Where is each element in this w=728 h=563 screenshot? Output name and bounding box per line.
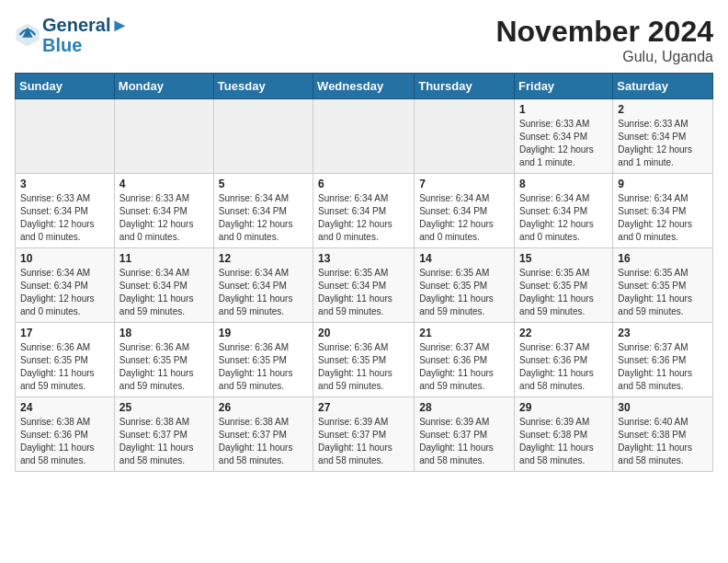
calendar-day-cell: 7Sunrise: 6:34 AM Sunset: 6:34 PM Daylig… — [415, 174, 515, 248]
calendar-day-cell: 5Sunrise: 6:34 AM Sunset: 6:34 PM Daylig… — [213, 174, 313, 248]
calendar-day-cell: 30Sunrise: 6:40 AM Sunset: 6:38 PM Dayli… — [613, 397, 713, 472]
calendar-day-cell — [415, 99, 515, 174]
day-number: 21 — [419, 327, 509, 339]
day-number: 17 — [20, 327, 109, 339]
day-number: 23 — [618, 327, 708, 339]
day-number: 28 — [419, 401, 509, 414]
calendar-day-cell: 23Sunrise: 6:37 AM Sunset: 6:36 PM Dayli… — [613, 323, 713, 397]
calendar-day-cell: 20Sunrise: 6:36 AM Sunset: 6:35 PM Dayli… — [313, 323, 415, 397]
day-info: Sunrise: 6:35 AM Sunset: 6:35 PM Dayligh… — [519, 267, 608, 318]
day-info: Sunrise: 6:37 AM Sunset: 6:36 PM Dayligh… — [618, 341, 708, 393]
weekday-header-cell: Wednesday — [313, 74, 415, 99]
calendar-day-cell: 26Sunrise: 6:38 AM Sunset: 6:37 PM Dayli… — [213, 397, 313, 472]
day-info: Sunrise: 6:35 AM Sunset: 6:34 PM Dayligh… — [318, 267, 409, 318]
day-number: 9 — [618, 178, 708, 190]
logo-text: General► Blue — [42, 15, 129, 55]
day-info: Sunrise: 6:37 AM Sunset: 6:36 PM Dayligh… — [519, 341, 608, 393]
day-info: Sunrise: 6:37 AM Sunset: 6:36 PM Dayligh… — [419, 341, 509, 393]
day-info: Sunrise: 6:39 AM Sunset: 6:37 PM Dayligh… — [318, 416, 409, 467]
day-number: 1 — [519, 103, 608, 116]
day-info: Sunrise: 6:35 AM Sunset: 6:35 PM Dayligh… — [618, 267, 708, 318]
weekday-header-cell: Friday — [515, 74, 613, 99]
day-number: 16 — [618, 252, 708, 265]
day-info: Sunrise: 6:33 AM Sunset: 6:34 PM Dayligh… — [119, 192, 209, 244]
calendar-day-cell: 1Sunrise: 6:33 AM Sunset: 6:34 PM Daylig… — [515, 99, 613, 174]
calendar-day-cell: 19Sunrise: 6:36 AM Sunset: 6:35 PM Dayli… — [213, 323, 313, 397]
calendar-week-row: 24Sunrise: 6:38 AM Sunset: 6:36 PM Dayli… — [16, 397, 713, 472]
calendar-week-row: 1Sunrise: 6:33 AM Sunset: 6:34 PM Daylig… — [16, 99, 713, 174]
day-info: Sunrise: 6:36 AM Sunset: 6:35 PM Dayligh… — [219, 341, 308, 393]
day-info: Sunrise: 6:34 AM Sunset: 6:34 PM Dayligh… — [219, 192, 308, 244]
calendar-day-cell: 12Sunrise: 6:34 AM Sunset: 6:34 PM Dayli… — [213, 248, 313, 323]
calendar-day-cell: 17Sunrise: 6:36 AM Sunset: 6:35 PM Dayli… — [16, 323, 115, 397]
day-number: 27 — [318, 401, 409, 414]
calendar-day-cell — [313, 99, 415, 174]
day-number: 14 — [419, 252, 509, 265]
day-info: Sunrise: 6:34 AM Sunset: 6:34 PM Dayligh… — [419, 192, 509, 244]
day-info: Sunrise: 6:33 AM Sunset: 6:34 PM Dayligh… — [519, 118, 608, 169]
day-number: 19 — [219, 327, 308, 339]
day-info: Sunrise: 6:34 AM Sunset: 6:34 PM Dayligh… — [318, 192, 409, 244]
calendar-day-cell: 28Sunrise: 6:39 AM Sunset: 6:37 PM Dayli… — [415, 397, 515, 472]
month-title: November 2024 — [495, 15, 713, 49]
calendar-day-cell: 3Sunrise: 6:33 AM Sunset: 6:34 PM Daylig… — [16, 174, 115, 248]
calendar-day-cell — [213, 99, 313, 174]
logo: General► Blue — [15, 15, 129, 55]
calendar-day-cell: 4Sunrise: 6:33 AM Sunset: 6:34 PM Daylig… — [114, 174, 213, 248]
day-info: Sunrise: 6:36 AM Sunset: 6:35 PM Dayligh… — [318, 341, 409, 393]
day-info: Sunrise: 6:38 AM Sunset: 6:37 PM Dayligh… — [219, 416, 308, 467]
day-info: Sunrise: 6:34 AM Sunset: 6:34 PM Dayligh… — [20, 267, 109, 318]
title-area: November 2024 Gulu, Uganda — [495, 15, 713, 65]
weekday-header-cell: Thursday — [415, 74, 515, 99]
day-number: 24 — [20, 401, 109, 414]
calendar-day-cell: 15Sunrise: 6:35 AM Sunset: 6:35 PM Dayli… — [515, 248, 613, 323]
calendar-day-cell: 18Sunrise: 6:36 AM Sunset: 6:35 PM Dayli… — [114, 323, 213, 397]
day-info: Sunrise: 6:33 AM Sunset: 6:34 PM Dayligh… — [618, 118, 708, 169]
calendar-day-cell: 22Sunrise: 6:37 AM Sunset: 6:36 PM Dayli… — [515, 323, 613, 397]
calendar-day-cell — [16, 99, 115, 174]
day-info: Sunrise: 6:38 AM Sunset: 6:37 PM Dayligh… — [119, 416, 209, 467]
calendar-day-cell: 24Sunrise: 6:38 AM Sunset: 6:36 PM Dayli… — [16, 397, 115, 472]
calendar-day-cell: 6Sunrise: 6:34 AM Sunset: 6:34 PM Daylig… — [313, 174, 415, 248]
day-info: Sunrise: 6:35 AM Sunset: 6:35 PM Dayligh… — [419, 267, 509, 318]
calendar-day-cell: 9Sunrise: 6:34 AM Sunset: 6:34 PM Daylig… — [613, 174, 713, 248]
calendar-week-row: 3Sunrise: 6:33 AM Sunset: 6:34 PM Daylig… — [16, 174, 713, 248]
calendar-day-cell: 2Sunrise: 6:33 AM Sunset: 6:34 PM Daylig… — [613, 99, 713, 174]
day-number: 30 — [618, 401, 708, 414]
calendar-day-cell: 14Sunrise: 6:35 AM Sunset: 6:35 PM Dayli… — [415, 248, 515, 323]
day-number: 29 — [519, 401, 608, 414]
location: Gulu, Uganda — [495, 49, 713, 65]
day-number: 11 — [119, 252, 209, 265]
calendar-day-cell: 27Sunrise: 6:39 AM Sunset: 6:37 PM Dayli… — [313, 397, 415, 472]
day-info: Sunrise: 6:39 AM Sunset: 6:38 PM Dayligh… — [519, 416, 608, 467]
day-info: Sunrise: 6:33 AM Sunset: 6:34 PM Dayligh… — [20, 192, 109, 244]
day-number: 4 — [119, 178, 209, 190]
weekday-header-cell: Tuesday — [213, 74, 313, 99]
day-info: Sunrise: 6:34 AM Sunset: 6:34 PM Dayligh… — [618, 192, 708, 244]
calendar-day-cell: 11Sunrise: 6:34 AM Sunset: 6:34 PM Dayli… — [114, 248, 213, 323]
day-number: 22 — [519, 327, 608, 339]
weekday-header-cell: Saturday — [613, 74, 713, 99]
weekday-header-row: SundayMondayTuesdayWednesdayThursdayFrid… — [16, 74, 713, 99]
day-info: Sunrise: 6:40 AM Sunset: 6:38 PM Dayligh… — [618, 416, 708, 467]
day-info: Sunrise: 6:36 AM Sunset: 6:35 PM Dayligh… — [119, 341, 209, 393]
day-number: 3 — [20, 178, 109, 190]
day-number: 20 — [318, 327, 409, 339]
calendar-day-cell: 13Sunrise: 6:35 AM Sunset: 6:34 PM Dayli… — [313, 248, 415, 323]
page-header: General► Blue November 2024 Gulu, Uganda — [15, 15, 713, 65]
day-number: 10 — [20, 252, 109, 265]
day-number: 15 — [519, 252, 608, 265]
day-info: Sunrise: 6:34 AM Sunset: 6:34 PM Dayligh… — [119, 267, 209, 318]
calendar-day-cell: 16Sunrise: 6:35 AM Sunset: 6:35 PM Dayli… — [613, 248, 713, 323]
calendar-day-cell: 8Sunrise: 6:34 AM Sunset: 6:34 PM Daylig… — [515, 174, 613, 248]
calendar-body: 1Sunrise: 6:33 AM Sunset: 6:34 PM Daylig… — [16, 99, 713, 472]
weekday-header-cell: Monday — [114, 74, 213, 99]
logo-icon — [15, 22, 40, 48]
day-number: 25 — [119, 401, 209, 414]
calendar-week-row: 17Sunrise: 6:36 AM Sunset: 6:35 PM Dayli… — [16, 323, 713, 397]
day-number: 12 — [219, 252, 308, 265]
day-info: Sunrise: 6:34 AM Sunset: 6:34 PM Dayligh… — [219, 267, 308, 318]
calendar-week-row: 10Sunrise: 6:34 AM Sunset: 6:34 PM Dayli… — [16, 248, 713, 323]
day-number: 8 — [519, 178, 608, 190]
day-number: 7 — [419, 178, 509, 190]
